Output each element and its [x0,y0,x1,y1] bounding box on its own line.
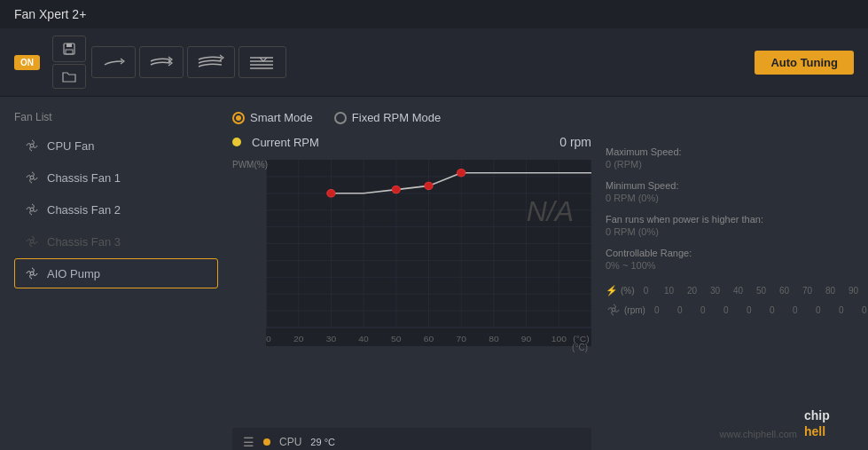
watermark: www.chiphell.com chip hell [720,404,857,439]
chassis-fan-2-label: Chassis Fan 2 [47,203,121,217]
fan-list: CPU Fan Chassis Fan 1 Chassis Fan 2 Chas… [14,130,218,288]
svg-text:chip: chip [804,408,830,422]
svg-rect-2 [66,50,73,54]
aio-pump-icon [24,265,40,281]
min-speed-row: Minimum Speed: 0 RPM (0%) [606,180,854,203]
svg-text:60: 60 [424,334,434,343]
aio-pump-label: AIO Pump [47,267,100,280]
svg-point-6 [30,240,34,243]
fan-mode-4-button[interactable] [239,46,286,78]
fan-item-chassis-1[interactable]: Chassis Fan 1 [14,162,218,193]
svg-text:90: 90 [521,334,532,343]
main-content: Fan List CPU Fan Chassis Fan 1 Chassis F… [0,97,868,450]
fan-list-label: Fan List [14,111,218,123]
fan-speed-3-icon [197,52,225,72]
percent-values: 0 10 20 30 40 50 60 70 80 90 100 [638,286,868,296]
temp-row: ☰ CPU 29 °C [232,428,591,450]
folder-icon [62,70,76,83]
chassis-fan-3-label: Chassis Fan 3 [47,235,121,249]
fixed-rpm-label: Fixed RPM Mode [352,111,441,124]
svg-text:100: 100 [551,334,567,343]
rpm-table: ⚡ (%) 0 10 20 30 40 50 60 70 80 90 100 [606,285,854,318]
chiphell-logo: chip hell [804,404,857,439]
rpm-row: Current RPM 0 rpm [232,135,591,149]
lightning-icon: ⚡ [606,285,618,296]
power-toggle[interactable]: ON [14,55,40,70]
max-speed-label: Maximum Speed: [606,146,854,157]
rpm-header-row: ⚡ (%) 0 10 20 30 40 50 60 70 80 90 100 [606,285,854,296]
chiphell-logo-svg: chip hell [804,404,857,439]
svg-point-54 [425,182,433,189]
svg-point-53 [392,186,400,193]
svg-text:10: 10 [266,334,271,343]
max-speed-row: Maximum Speed: 0 (RPM) [606,146,854,170]
app-title: Fan Xpert 2+ [14,7,86,21]
rpm-values-row: (rpm) 0 0 0 0 0 0 0 0 0 0 0 [606,302,854,318]
mode-row: Smart Mode Fixed RPM Mode [232,111,591,124]
chart-panel: Smart Mode Fixed RPM Mode Current RPM 0 … [232,111,591,450]
temp-dot [263,438,270,446]
fan-item-cpu[interactable]: CPU Fan [14,130,218,161]
watermark-url: www.chiphell.com [720,429,797,439]
smart-mode-label: Smart Mode [250,111,313,124]
percent-header: ⚡ (%) [606,285,635,296]
title-bar: Fan Xpert 2+ [0,0,868,28]
fan-item-chassis-2[interactable]: Chassis Fan 2 [14,194,218,225]
fan-speed-2-icon [149,52,174,72]
fan-item-chassis-3[interactable]: Chassis Fan 3 [14,226,218,257]
cpu-fan-label: CPU Fan [47,139,94,153]
info-panel: Maximum Speed: 0 (RPM) Minimum Speed: 0 … [606,111,854,450]
save-button[interactable] [52,36,86,62]
fan-mode-2-button[interactable] [139,46,184,78]
folder-button[interactable] [52,64,86,89]
svg-text:50: 50 [391,334,402,343]
fan-mode-icons [91,46,749,78]
chassis-fan-2-icon [24,201,40,217]
ctrl-range-row: Controllable Range: 0% ~ 100% [606,248,854,271]
toolbar: ON [0,28,868,97]
min-speed-value: 0 RPM (0%) [606,193,854,203]
smart-mode-option[interactable]: Smart Mode [232,111,313,124]
fan-speed-1-icon [101,52,126,72]
pwm-label: PWM(%) [232,160,266,170]
fan-runs-label: Fan runs when power is higher than: [606,214,854,225]
svg-point-7 [30,272,34,275]
cpu-fan-icon [24,138,40,154]
rpm-cells: 0 0 0 0 0 0 0 0 0 0 0 [649,305,868,315]
auto-tuning-button[interactable]: Auto Tuning [755,51,854,75]
fan-speed-4-icon [248,52,277,72]
min-speed-label: Minimum Speed: [606,180,854,191]
svg-text:30: 30 [326,334,337,343]
fan-runs-value: 0 RPM (0%) [606,226,854,237]
fixed-rpm-radio[interactable] [334,112,347,124]
fan-runs-row: Fan runs when power is higher than: 0 RP… [606,214,854,237]
svg-text:hell: hell [804,424,825,438]
svg-point-56 [612,308,615,312]
rpm-dot [232,138,241,146]
svg-point-5 [30,208,34,211]
fan-mode-3-button[interactable] [187,46,235,78]
current-rpm-value: 0 rpm [559,135,591,149]
chart-container: PWM(%) N/A [232,160,591,421]
fan-item-aio-pump[interactable]: AIO Pump [14,258,218,288]
smart-mode-radio[interactable] [232,112,245,124]
svg-text:70: 70 [456,334,466,343]
save-icon [62,42,76,56]
rpm-row-label: (rpm) [606,302,645,318]
svg-rect-1 [66,43,72,47]
fan-list-panel: Fan List CPU Fan Chassis Fan 1 Chassis F… [14,111,218,450]
svg-point-52 [327,190,335,197]
svg-point-4 [30,176,34,179]
max-speed-value: 0 (RPM) [606,159,854,170]
ctrl-range-value: 0% ~ 100% [606,260,854,271]
fan-chart-svg[interactable]: 100 90 80 70 60 50 40 30 20 10 20 30 40 … [266,160,591,346]
chassis-fan-1-icon [24,170,40,186]
fixed-rpm-option[interactable]: Fixed RPM Mode [334,111,441,124]
save-folder-group [52,36,86,89]
temp-source-label: CPU [279,436,301,448]
temp-list-icon: ☰ [243,435,254,449]
fan-mode-1-button[interactable] [91,46,136,78]
fan-rpm-icon [606,302,622,318]
na-overlay: N/A [527,195,574,228]
svg-point-3 [30,144,34,147]
